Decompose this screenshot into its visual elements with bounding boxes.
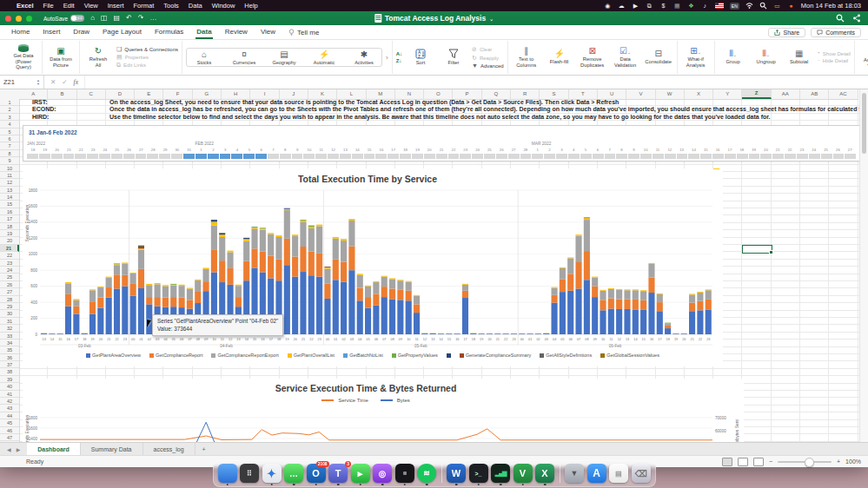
timeline-tile-32[interactable] [412, 154, 423, 159]
consolidate-button[interactable]: ⊟Consolidate [644, 49, 673, 64]
column-header-I[interactable]: I [250, 89, 279, 99]
timeline-tile-62[interactable] [772, 154, 784, 159]
timeline-tile-41[interactable] [520, 154, 532, 159]
column-header-T[interactable]: T [569, 89, 598, 99]
timeline-tile-7[interactable] [111, 154, 123, 159]
next-sheet-button[interactable]: ▶ [17, 446, 21, 452]
timeline-tile-64[interactable] [797, 154, 808, 159]
column-header-F[interactable]: F [163, 89, 192, 99]
timeline-tile-13[interactable] [183, 154, 195, 159]
play-circle-icon[interactable]: ▶ [632, 2, 639, 10]
zoom-out-button[interactable]: − [769, 458, 772, 465]
legend-item-GetComplianceReport[interactable]: GetComplianceReport [149, 353, 202, 358]
column-header-V[interactable]: V [626, 89, 655, 99]
column-header-J[interactable]: J [280, 89, 308, 99]
timeline-tile-58[interactable] [725, 154, 736, 159]
row-header-38[interactable]: 38 [0, 368, 19, 375]
timeline-tile-4[interactable] [75, 154, 86, 159]
sort-az-button[interactable]: A↓ [396, 51, 402, 56]
column-header-N[interactable]: N [395, 89, 424, 99]
column-header-A[interactable]: A [19, 89, 48, 99]
sort-za-button[interactable]: Z↓ [396, 58, 402, 63]
formula-input[interactable] [85, 76, 868, 89]
row-header-9[interactable]: 9 [0, 157, 19, 164]
timeline-tile-15[interactable] [208, 154, 219, 159]
column-header-B[interactable]: B [48, 89, 76, 99]
remove-duplicates-button[interactable]: ⊠Remove Duplicates [578, 47, 607, 68]
dock-downloads[interactable]: ▼ [565, 464, 584, 483]
column-header-S[interactable]: S [540, 89, 568, 99]
save-icon[interactable]: ◫ [101, 15, 108, 22]
row-header-31[interactable]: 31 [0, 318, 19, 325]
ribbon-tab-review[interactable]: Review [224, 26, 248, 39]
column-header-M[interactable]: M [367, 89, 395, 99]
page-break-view-button[interactable] [753, 458, 764, 466]
print-icon[interactable]: ▤ [114, 15, 121, 22]
minimize-window-button[interactable] [16, 16, 22, 22]
column-header-Y[interactable]: Y [713, 89, 742, 99]
timeline-tile-36[interactable] [460, 154, 471, 159]
timeline-tile-38[interactable] [484, 154, 495, 159]
timeline-tile-33[interactable] [424, 154, 435, 159]
row-header-10[interactable]: 10 [0, 165, 19, 172]
ribbon-tab-data[interactable]: Data [195, 26, 212, 39]
timeline-tile-30[interactable] [388, 154, 399, 159]
timeline-tile-14[interactable] [195, 154, 207, 159]
column-header-U[interactable]: U [598, 89, 626, 99]
record-icon[interactable]: ◉ [604, 2, 612, 10]
comments-button[interactable]: Comments [811, 28, 861, 37]
timeline-tile-68[interactable] [845, 154, 856, 159]
timeline-tile-11[interactable] [159, 154, 170, 159]
timeline-tile-46[interactable] [580, 154, 592, 159]
display-mirroring-icon[interactable]: ▭ [773, 2, 781, 10]
timeline-tile-52[interactable] [653, 154, 664, 159]
legend-item-GetBatchNoList[interactable]: GetBatchNoList [343, 353, 383, 358]
get-data-button[interactable]: Get Data (Power Query) [9, 44, 38, 69]
column-header-G[interactable]: G [193, 89, 222, 99]
dock-trash[interactable]: ⌫ [632, 464, 651, 483]
legend-item-GetPlantAreaOverview[interactable]: GetPlantAreaOverview [86, 353, 141, 358]
autosave-switch[interactable]: OFF [70, 15, 84, 22]
home-icon[interactable]: ⌂ [90, 15, 95, 22]
add-sheet-button[interactable]: + [195, 443, 213, 455]
menu-item-view[interactable]: View [84, 2, 98, 10]
timeline-tile-53[interactable] [665, 154, 676, 159]
timeline-tile-39[interactable] [496, 154, 507, 159]
row-header-43[interactable]: 43 [0, 405, 19, 412]
us-flag-icon[interactable] [715, 3, 724, 9]
timeline-tile-49[interactable] [616, 154, 627, 159]
edit-links-button[interactable]: ⧉Edit Links [116, 62, 178, 69]
row-header-23[interactable]: 23 [0, 260, 19, 267]
refresh-all-button[interactable]: ↻ Refresh All [83, 47, 113, 68]
row-header-46[interactable]: 46 [0, 427, 19, 434]
app-icon[interactable]: ▦ [673, 2, 681, 10]
text-to-columns-button[interactable]: ∥Text to Columns [512, 47, 541, 68]
ribbon-tab-draw[interactable]: Draw [72, 26, 90, 39]
column-header-Q[interactable]: Q [482, 89, 511, 99]
undo-icon[interactable]: ↶ [126, 15, 132, 22]
row-header-24[interactable]: 24 [0, 267, 19, 274]
row-header-47[interactable]: 47 [0, 434, 19, 441]
row-header-19[interactable]: 19 [0, 230, 19, 237]
row-header-27[interactable]: 27 [0, 288, 19, 295]
timeline-tile-25[interactable] [328, 154, 339, 159]
column-header-W[interactable]: W [656, 89, 685, 99]
timeline-tile-59[interactable] [737, 154, 748, 159]
dropbox-icon[interactable]: ⧉ [646, 2, 653, 10]
timeline-tile-45[interactable] [568, 154, 580, 159]
column-header-AA[interactable]: AA [772, 89, 800, 99]
data-type-geography[interactable]: ▤Geography [268, 49, 300, 65]
menu-clock[interactable]: Mon 14 Feb at 18:03 [801, 2, 861, 10]
menu-item-edit[interactable]: Edit [63, 2, 75, 10]
column-header-R[interactable]: R [511, 89, 540, 99]
timeline-slicer[interactable]: 31 Jan-6 Feb 2022 JAN 2022FEB 2022MAR 20… [23, 125, 860, 162]
legend-item-GetPlantOverallList[interactable]: GetPlantOverallList [288, 353, 335, 358]
filter-button[interactable]: Filter [439, 49, 468, 65]
gallery-more-icon[interactable]: › [386, 54, 388, 62]
sheet-tab-summary-data[interactable]: Summary Data [81, 443, 143, 455]
row-header-37[interactable]: 37 [0, 361, 19, 368]
name-box-stepper[interactable]: ▲▼ [36, 79, 40, 85]
row-header-5[interactable]: 5 [0, 129, 19, 135]
what-if-button[interactable]: ⊞⌄What-if Analysis [681, 47, 711, 68]
dock-outlook[interactable]: O2108 [307, 464, 326, 483]
